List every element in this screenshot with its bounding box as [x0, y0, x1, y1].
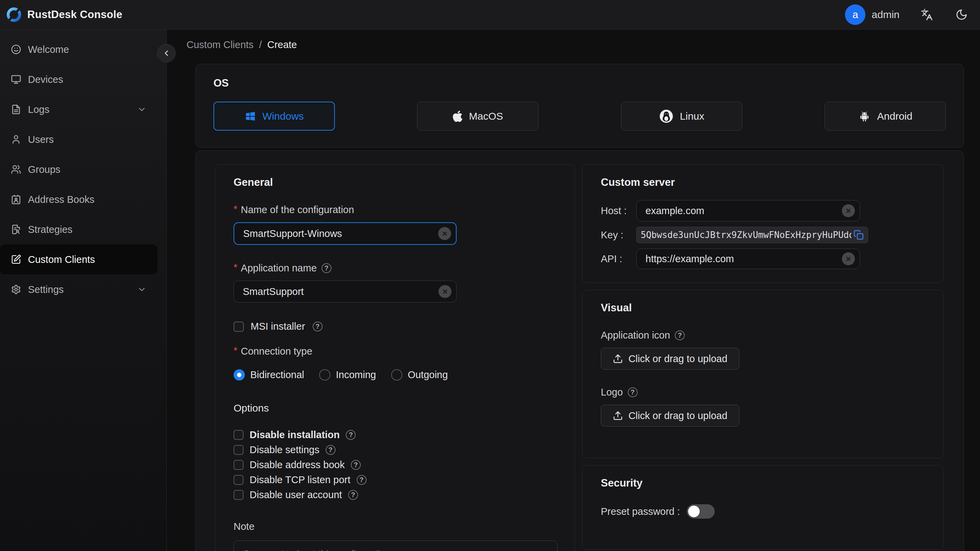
sidebar-item-label: Settings	[28, 284, 64, 295]
copy-key-icon[interactable]	[853, 230, 864, 240]
radio-bidirectional[interactable]: Bidirectional	[234, 369, 304, 381]
os-option-label: MacOS	[469, 110, 503, 122]
clear-config-name-icon[interactable]: ×	[438, 227, 451, 240]
api-input[interactable]	[646, 253, 839, 264]
options-title: Options	[234, 402, 556, 414]
sidebar-item-label: Welcome	[28, 44, 69, 55]
os-option-linux[interactable]: Linux	[621, 102, 742, 131]
sidebar-item-welcome[interactable]: Welcome	[0, 34, 166, 64]
upload-button-label: Click or drag to upload	[628, 353, 727, 365]
sidebar-item-custom-clients[interactable]: Custom Clients	[0, 244, 158, 274]
msi-installer-checkbox[interactable]	[234, 322, 244, 332]
option-disable-settings: Disable settings ?	[234, 444, 556, 455]
windows-logo-icon	[245, 110, 256, 122]
upload-icon	[613, 354, 623, 364]
application-icon-label: Application icon ?	[601, 330, 925, 341]
sidebar-item-groups[interactable]: Groups	[0, 154, 166, 185]
host-input[interactable]	[646, 205, 839, 217]
option-disable-user-account: Disable user account ?	[234, 490, 556, 500]
upload-icon	[613, 411, 623, 421]
preset-password-toggle[interactable]	[687, 504, 715, 519]
logo-upload-button[interactable]: Click or drag to upload	[601, 405, 739, 427]
sidebar-item-settings[interactable]: Settings	[0, 274, 166, 304]
app-title: RustDesk Console	[27, 8, 123, 21]
breadcrumb-parent-link[interactable]: Custom Clients	[186, 39, 254, 51]
note-textarea[interactable]	[234, 540, 557, 551]
help-icon[interactable]: ?	[357, 475, 367, 485]
msi-installer-label: MSI installer	[251, 321, 305, 332]
connection-type-label: * Connection type	[234, 346, 556, 357]
help-icon[interactable]: ?	[321, 263, 331, 273]
os-section: OS Windows MacOS	[196, 64, 964, 148]
required-asterisk: *	[234, 345, 237, 356]
option-label: Disable settings	[250, 444, 320, 455]
note-label-text: Note	[234, 521, 255, 532]
preset-password-row: Preset password :	[601, 504, 925, 519]
topbar: RustDesk Console a admin	[0, 0, 980, 30]
radio-label: Incoming	[336, 369, 376, 381]
help-icon[interactable]: ?	[346, 430, 356, 440]
api-label: API :	[601, 253, 636, 264]
radio-circle	[234, 369, 245, 381]
clear-host-icon[interactable]: ×	[842, 204, 855, 217]
avatar[interactable]: a	[845, 5, 865, 25]
gear-icon	[11, 284, 22, 295]
help-icon[interactable]: ?	[675, 330, 685, 340]
sidebar-item-label: Devices	[28, 74, 63, 85]
disable-address-book-checkbox[interactable]	[234, 460, 243, 470]
help-icon[interactable]: ?	[326, 445, 336, 455]
sidebar: Welcome Devices Logs Users	[0, 30, 167, 551]
app-name-input[interactable]	[243, 286, 436, 297]
help-icon[interactable]: ?	[348, 490, 358, 500]
disable-installation-checkbox[interactable]	[234, 430, 243, 440]
os-option-label: Android	[877, 110, 912, 122]
help-icon[interactable]: ?	[628, 387, 638, 397]
help-icon[interactable]: ?	[351, 460, 361, 470]
sidebar-item-strategies[interactable]: Strategies	[0, 215, 166, 244]
sidebar-item-label: Strategies	[28, 224, 73, 235]
sidebar-item-address-books[interactable]: Address Books	[0, 185, 166, 215]
sidebar-collapse-button[interactable]	[157, 44, 176, 62]
sidebar-item-label: Users	[28, 134, 54, 145]
os-section-title: OS	[213, 77, 946, 89]
os-option-label: Linux	[680, 110, 705, 122]
api-row: API : ×	[601, 248, 925, 269]
radio-circle	[319, 369, 331, 381]
dark-mode-moon-icon[interactable]	[955, 8, 968, 21]
config-name-input[interactable]	[243, 228, 436, 239]
os-option-macos[interactable]: MacOS	[417, 102, 538, 131]
os-options-row: Windows MacOS	[213, 102, 946, 131]
disable-tcp-listen-port-checkbox[interactable]	[234, 475, 243, 485]
option-label: Disable user account	[250, 489, 342, 500]
sidebar-item-devices[interactable]: Devices	[0, 64, 166, 94]
app-name-label: * Application name ?	[234, 263, 556, 274]
app-name-label-text: Application name	[241, 263, 317, 274]
help-icon[interactable]: ?	[313, 322, 323, 331]
user-icon	[11, 134, 22, 145]
clear-api-icon[interactable]: ×	[842, 252, 855, 265]
config-name-label: * Name of the configuration	[234, 204, 556, 215]
radio-incoming[interactable]: Incoming	[319, 369, 376, 381]
sidebar-item-users[interactable]: Users	[0, 124, 166, 154]
msi-installer-row: MSI installer ?	[234, 321, 556, 332]
disable-settings-checkbox[interactable]	[234, 445, 243, 455]
application-icon-upload-button[interactable]: Click or drag to upload	[601, 348, 739, 369]
disable-user-account-checkbox[interactable]	[234, 490, 243, 500]
radio-outgoing[interactable]: Outgoing	[391, 369, 448, 381]
clear-app-name-icon[interactable]: ×	[439, 285, 452, 298]
security-title: Security	[601, 477, 925, 489]
key-row: Key : 5Qbwsde3unUcJBtrx9ZkvUmwFNoExHzpry…	[601, 227, 925, 243]
note-label: Note	[234, 521, 556, 532]
os-option-android[interactable]: Android	[824, 102, 946, 131]
config-name-label-text: Name of the configuration	[241, 204, 354, 215]
breadcrumb-current: Create	[267, 39, 297, 51]
option-disable-address-book: Disable address book ?	[234, 460, 556, 470]
os-option-windows[interactable]: Windows	[213, 102, 335, 131]
option-label: Disable address book	[250, 459, 345, 471]
create-form-panel: General * Name of the configuration × * …	[196, 150, 964, 551]
rustdesk-logo-icon	[6, 7, 22, 22]
rustdesk-console-app: RustDesk Console a admin	[0, 0, 980, 551]
sidebar-item-logs[interactable]: Logs	[0, 94, 166, 124]
preset-password-label: Preset password :	[601, 506, 680, 517]
language-icon[interactable]	[921, 8, 933, 21]
